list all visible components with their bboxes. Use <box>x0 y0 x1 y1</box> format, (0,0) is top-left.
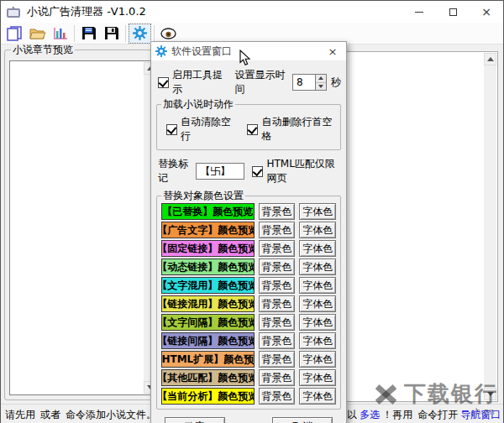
save-icon <box>104 26 119 40</box>
color-row-replaced: 【已替换】颜色预览 背景色 字体色 <box>161 203 336 220</box>
load-actions-title: 加载小说时动作 <box>161 98 235 110</box>
minimize-button[interactable] <box>402 1 436 23</box>
save-button[interactable] <box>100 24 123 44</box>
font-color-button[interactable]: 字体色 <box>299 369 336 386</box>
color-preview-label: 【其他匹配】颜色预览 <box>161 369 255 386</box>
color-row-ad-text: 【广告文字】颜色预览 背景色 字体色 <box>161 222 336 238</box>
font-color-button[interactable]: 字体色 <box>299 314 336 331</box>
color-row-mixed-link: 【链接混用】颜色预览 背景色 字体色 <box>161 295 336 312</box>
color-row-fixed-link: 【固定链接】颜色预览 背景色 字体色 <box>161 240 336 257</box>
color-row-mixed-text: 【文字混用】颜色预览 背景色 字体色 <box>161 277 336 294</box>
status-multi-select: 多选 <box>360 408 380 422</box>
bg-color-button[interactable]: 背景色 <box>259 388 296 405</box>
open-folder-icon <box>29 27 46 40</box>
settings-gear-icon <box>133 26 147 40</box>
cancel-button[interactable]: 取消 <box>272 417 333 423</box>
settings-gear-icon <box>155 45 167 57</box>
replace-mark-label: 替换标记 <box>158 157 192 185</box>
app-window: 小说广告清理器 -V1.0.2 × <box>0 0 504 423</box>
html-match-label: HTML匹配仅限网页 <box>266 157 341 185</box>
status-text: ！再用 <box>382 408 412 422</box>
dialog-title: 软件设置窗口 <box>171 44 323 59</box>
status-text: 命令添加小说文件。 <box>66 408 156 422</box>
scroll-down-icon[interactable] <box>484 388 496 400</box>
minimize-icon <box>415 12 423 13</box>
save-list-button[interactable] <box>77 24 100 44</box>
chapter-preview-title: 小说章节预览 <box>11 44 75 55</box>
toolbar-separator <box>154 25 155 42</box>
close-button[interactable]: × <box>470 1 503 23</box>
bg-color-button[interactable]: 背景色 <box>259 314 296 331</box>
scroll-up-icon[interactable] <box>484 53 496 65</box>
auto-clear-blank-label: 自动清除空行 <box>181 115 236 144</box>
spinner-up-button[interactable] <box>316 75 326 82</box>
bg-color-button[interactable]: 背景色 <box>259 222 296 238</box>
color-preview-label: 【动态链接】颜色预览 <box>161 258 255 275</box>
display-time-value[interactable]: 8 <box>292 74 316 91</box>
font-color-button[interactable]: 字体色 <box>299 332 336 349</box>
bg-color-button[interactable]: 背景色 <box>259 258 296 275</box>
display-time-label: 设置显示时间 <box>235 68 290 97</box>
color-preview-label: 【固定链接】颜色预览 <box>161 240 255 257</box>
save-list-icon <box>81 26 97 40</box>
replace-mark-input[interactable]: 【卐】 <box>196 163 244 180</box>
color-preview-label: 【广告文字】颜色预览 <box>161 222 255 238</box>
color-preview-label: 【文字间隔】颜色预览 <box>161 314 255 331</box>
font-color-button[interactable]: 字体色 <box>299 351 336 368</box>
bg-color-button[interactable]: 背景色 <box>259 332 296 349</box>
app-icon <box>7 6 21 18</box>
color-preview-label: 【文字混用】颜色预览 <box>161 277 255 294</box>
status-text: 或者 <box>40 408 60 422</box>
settings-button[interactable] <box>129 24 151 44</box>
spinner-down-button[interactable] <box>316 82 326 91</box>
color-row-other-match: 【其他匹配】颜色预览 背景色 字体色 <box>161 369 336 386</box>
bg-color-button[interactable]: 背景色 <box>259 240 296 257</box>
maximize-icon <box>449 8 457 16</box>
color-row-html-ext: 【HTML扩展】颜色预览 背景色 字体色 <box>161 351 336 368</box>
bg-color-button[interactable]: 背景色 <box>259 203 296 220</box>
auto-clear-blank-checkbox[interactable] <box>166 124 177 135</box>
font-color-button[interactable]: 字体色 <box>299 277 336 294</box>
bg-color-button[interactable]: 背景色 <box>259 277 296 294</box>
navigation-chart-button[interactable] <box>49 24 71 44</box>
html-match-checkbox[interactable] <box>252 166 263 177</box>
dialog-title-bar: 软件设置窗口 × <box>151 42 346 60</box>
dialog-close-button[interactable]: × <box>323 45 342 58</box>
font-color-button[interactable]: 字体色 <box>299 258 336 275</box>
font-color-button[interactable]: 字体色 <box>299 295 336 312</box>
load-actions-group: 加载小说时动作 自动清除空行 自动删除行首空格 <box>156 104 341 150</box>
font-color-button[interactable]: 字体色 <box>299 222 336 238</box>
eye-icon <box>160 28 176 39</box>
preview-eye-button[interactable] <box>157 24 180 44</box>
font-color-button[interactable]: 字体色 <box>299 388 336 405</box>
settings-dialog: 软件设置窗口 × 启用工具提示 设置显示时间 8 秒 加载小说时动作 <box>150 41 347 423</box>
color-preview-label: 【HTML扩展】颜色预览 <box>161 351 255 368</box>
text-area-scrollbar[interactable] <box>484 53 496 400</box>
font-color-button[interactable]: 字体色 <box>299 240 336 257</box>
bg-color-button[interactable]: 背景色 <box>259 295 296 312</box>
chart-icon <box>53 27 68 40</box>
open-folder-button[interactable] <box>26 24 49 44</box>
bg-color-button[interactable]: 背景色 <box>259 351 296 368</box>
toolbar-separator <box>125 25 126 42</box>
ok-button[interactable]: 确定 <box>165 417 225 423</box>
toolbar-separator <box>74 25 75 42</box>
enable-tooltip-checkbox[interactable] <box>158 77 169 88</box>
status-nav-window: 导航窗口 <box>460 408 501 422</box>
color-settings-group: 替换对象颜色设置 【已替换】颜色预览 背景色 字体色 【广告文字】颜色预览 背景… <box>156 196 341 410</box>
font-color-button[interactable]: 字体色 <box>299 203 336 220</box>
chapter-preview-group: 小说章节预览 <box>4 50 163 400</box>
auto-trim-leading-checkbox[interactable] <box>247 124 258 135</box>
color-row-text-gap: 【文字间隔】颜色预览 背景色 字体色 <box>161 314 336 331</box>
maximize-button[interactable] <box>436 1 470 23</box>
window-title: 小说广告清理器 -V1.0.2 <box>27 4 402 19</box>
color-preview-label: 【链接间隔】颜色预览 <box>161 332 255 349</box>
color-preview-label: 【当前分析】颜色预览 <box>161 388 255 405</box>
chapter-list[interactable] <box>9 60 158 395</box>
add-files-button[interactable] <box>3 24 26 44</box>
color-row-link-gap: 【链接间隔】颜色预览 背景色 字体色 <box>161 332 336 349</box>
seconds-label: 秒 <box>331 76 341 90</box>
enable-tooltip-label: 启用工具提示 <box>172 68 227 97</box>
bg-color-button[interactable]: 背景色 <box>259 369 296 386</box>
time-spinner <box>316 74 327 91</box>
